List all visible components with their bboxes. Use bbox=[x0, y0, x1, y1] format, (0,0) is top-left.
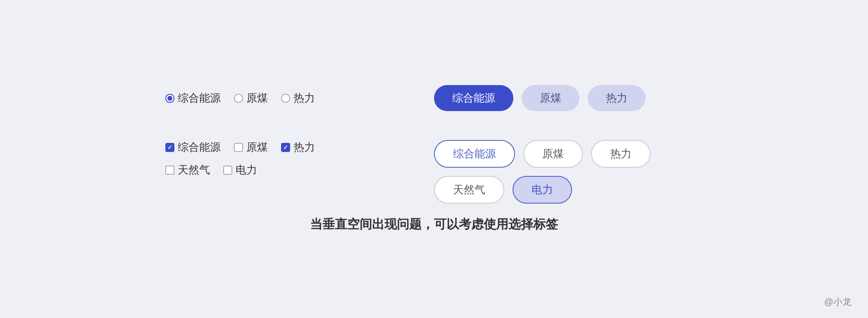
tag-group-row1: 综合能源 原煤 热力 bbox=[434, 85, 703, 111]
radio-group: 综合能源 原煤 热力 bbox=[165, 91, 434, 105]
radio-label-reli: 热力 bbox=[293, 91, 315, 105]
checkbox-label-yuanmei: 原煤 bbox=[246, 140, 268, 154]
tag-dianli-selected[interactable]: 电力 bbox=[513, 176, 572, 204]
checkbox-label-zhonghe: 综合能源 bbox=[178, 140, 221, 154]
checkbox-box-zhonghe bbox=[165, 143, 174, 152]
checkbox-group: 综合能源 原煤 热力 天然 bbox=[165, 140, 434, 177]
radio-item-yuanmei[interactable]: 原煤 bbox=[234, 91, 268, 105]
row-1: 综合能源 原煤 热力 综合能源 原煤 热力 bbox=[0, 85, 868, 111]
radio-circle-reli bbox=[281, 94, 290, 103]
checkbox-box-reli bbox=[281, 143, 290, 152]
content-area: 综合能源 原煤 热力 综合能源 原煤 热力 bbox=[0, 85, 868, 233]
checkbox-tianranqi[interactable]: 天然气 bbox=[165, 163, 210, 177]
tag-zhonghe-active[interactable]: 综合能源 bbox=[434, 85, 513, 111]
row-2: 综合能源 原煤 热力 天然 bbox=[0, 140, 868, 204]
checkbox-label-reli: 热力 bbox=[293, 140, 315, 154]
radio-circle-yuanmei bbox=[234, 94, 243, 103]
radio-label-yuanmei: 原煤 bbox=[246, 91, 268, 105]
checkbox-reli[interactable]: 热力 bbox=[281, 140, 315, 154]
checkbox-box-dianli bbox=[223, 166, 232, 175]
checkbox-label-tianranqi: 天然气 bbox=[178, 163, 210, 177]
tag-zhonghe-outline[interactable]: 综合能源 bbox=[434, 140, 515, 168]
radio-circle-zhonghe bbox=[165, 94, 174, 103]
radio-item-reli[interactable]: 热力 bbox=[281, 91, 315, 105]
checkbox-yuanmei[interactable]: 原煤 bbox=[234, 140, 268, 154]
main-container: 综合能源 原煤 热力 综合能源 原煤 热力 bbox=[0, 0, 868, 318]
tag-yuanmei-inactive[interactable]: 原煤 bbox=[522, 85, 579, 111]
radio-label-zhonghe: 综合能源 bbox=[178, 91, 221, 105]
checkbox-rows: 综合能源 原煤 热力 天然 bbox=[165, 140, 315, 177]
tag-yuanmei-outline[interactable]: 原煤 bbox=[523, 140, 583, 168]
tag-reli-inactive[interactable]: 热力 bbox=[588, 85, 646, 111]
checkbox-dianli[interactable]: 电力 bbox=[223, 163, 257, 177]
radio-item-zhonghe[interactable]: 综合能源 bbox=[165, 91, 221, 105]
tag-row-1: 综合能源 原煤 热力 bbox=[434, 140, 651, 168]
tag-tianranqi-outline[interactable]: 天然气 bbox=[434, 176, 504, 204]
tag-group-row2: 综合能源 原煤 热力 天然气 电力 bbox=[434, 140, 703, 204]
tag-row-2: 天然气 电力 bbox=[434, 176, 651, 204]
watermark: @小龙 bbox=[824, 296, 851, 308]
tag-reli-outline[interactable]: 热力 bbox=[591, 140, 651, 168]
bottom-text: 当垂直空间出现问题，可以考虑使用选择标签 bbox=[310, 216, 558, 233]
checkbox-box-yuanmei bbox=[234, 143, 243, 152]
tag-rows: 综合能源 原煤 热力 天然气 电力 bbox=[434, 140, 651, 204]
checkbox-zhonghe[interactable]: 综合能源 bbox=[165, 140, 221, 154]
checkbox-row-1: 综合能源 原煤 热力 bbox=[165, 140, 315, 154]
checkbox-label-dianli: 电力 bbox=[236, 163, 257, 177]
checkbox-row-2: 天然气 电力 bbox=[165, 163, 315, 177]
checkbox-box-tianranqi bbox=[165, 166, 174, 175]
